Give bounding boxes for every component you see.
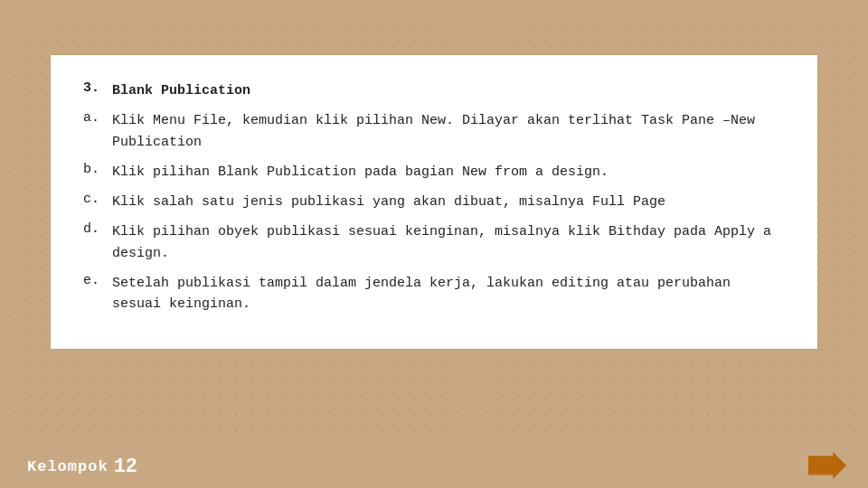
list-text-d: Klik pilihan obyek publikasi sesuai kein… bbox=[112, 221, 785, 264]
list-label-e: e. bbox=[83, 273, 112, 288]
list-label-b: b. bbox=[83, 162, 112, 177]
list-text-e: Setelah publikasi tampil dalam jendela k… bbox=[112, 273, 785, 315]
list-text-a: Klik Menu File, kemudian klik pilihan Ne… bbox=[112, 110, 785, 153]
list-item-d: d. Klik pilihan obyek publikasi sesuai k… bbox=[83, 221, 785, 264]
list-label-d: d. bbox=[83, 221, 112, 237]
footer: Kelompok 12 bbox=[0, 445, 868, 488]
list-label-c: c. bbox=[83, 192, 112, 207]
kelompok-label: Kelompok bbox=[27, 458, 108, 475]
list-item-a: a. Klik Menu File, kemudian klik pilihan… bbox=[83, 110, 785, 153]
list-text-b: Klik pilihan Blank Publication pada bagi… bbox=[112, 162, 609, 183]
list-label-3: 3. bbox=[83, 80, 112, 96]
list-text-3: Blank Publication bbox=[112, 80, 250, 101]
list-item-b: b. Klik pilihan Blank Publication pada b… bbox=[83, 162, 785, 183]
list-text-c: Klik salah satu jenis publikasi yang aka… bbox=[112, 192, 665, 212]
list-label-a: a. bbox=[83, 110, 112, 126]
main-card: 3. Blank Publication a. Klik Menu File, … bbox=[50, 54, 818, 350]
list-item-3: 3. Blank Publication bbox=[83, 80, 785, 101]
list-item-e: e. Setelah publikasi tampil dalam jendel… bbox=[83, 273, 785, 315]
list-item-c: c. Klik salah satu jenis publikasi yang … bbox=[83, 192, 785, 212]
page-number: 12 bbox=[114, 455, 137, 478]
